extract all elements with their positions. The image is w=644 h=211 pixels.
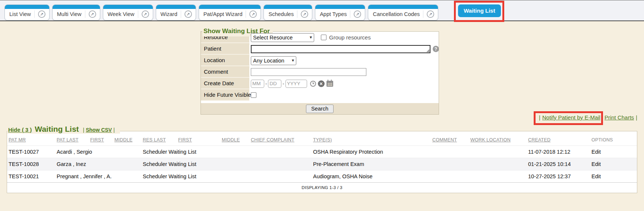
help-icon[interactable]: ?: [433, 46, 439, 52]
create-date-day-input[interactable]: [268, 80, 281, 88]
table-paging-status: DISPLAYING 1-3 / 3: [7, 182, 637, 193]
col-header-res-first[interactable]: FIRST: [177, 134, 220, 146]
open-new-window-icon[interactable]: ↗: [423, 10, 434, 18]
hide-future-visible-label: Hide Future Visible: [201, 89, 249, 101]
cell-created: 11-07-2018 12:12: [527, 146, 590, 158]
cell-pat-mr: TEST-10027: [7, 146, 55, 158]
edit-link[interactable]: Edit: [591, 149, 601, 155]
table-row: TEST-10028 Garza , Inez Scheduler Waitin…: [7, 158, 637, 170]
edit-link[interactable]: Edit: [591, 161, 601, 167]
waiting-list-table: PAT MR PAT LAST FIRST MIDDLE RES LAST FI…: [7, 134, 637, 182]
tab-multi-view[interactable]: Multi View ↗: [52, 4, 100, 20]
notify-patient-by-email-link[interactable]: Notify Patient by E-Mail: [542, 114, 600, 121]
date-separator: -: [265, 81, 267, 86]
search-button[interactable]: Search: [306, 105, 334, 113]
form-row-location: Location Any Location: [201, 55, 439, 66]
cell-res-name: Scheduler Waiting List: [141, 146, 249, 158]
calendar-icon[interactable]: [326, 81, 333, 87]
cell-types: OSHA Respiratory Protection: [312, 146, 431, 158]
col-header-created[interactable]: CREATED: [527, 134, 590, 146]
open-new-window-icon[interactable]: ↗: [350, 10, 361, 18]
tab-top-bar: [199, 5, 261, 9]
tab-appt-types[interactable]: Appt Types ↗: [315, 4, 365, 20]
col-header-res-middle[interactable]: MIDDLE: [220, 134, 249, 146]
col-header-first[interactable]: FIRST: [89, 134, 113, 146]
group-resources-label: Group resources: [329, 34, 371, 41]
hide-toggle-link[interactable]: Hide ( 3 ): [8, 127, 32, 133]
col-header-res-last[interactable]: RES LAST: [141, 134, 177, 146]
table-row: TEST-10027 Acardi , Sergio Scheduler Wai…: [7, 146, 637, 158]
open-new-window-icon[interactable]: ↗: [85, 10, 96, 18]
cell-pat-name: Acardi , Sergio: [55, 146, 141, 158]
col-header-pat-mr[interactable]: PAT MR: [7, 134, 55, 146]
pipe-separator: |: [113, 127, 115, 133]
cell-chief-complaint: [249, 158, 312, 170]
open-new-window-icon[interactable]: ↗: [34, 10, 45, 18]
table-header-row: PAT MR PAT LAST FIRST MIDDLE RES LAST FI…: [7, 134, 637, 146]
col-header-types[interactable]: TYPE(S): [312, 134, 431, 146]
tab-label: Multi View: [57, 11, 82, 17]
open-new-window-icon[interactable]: ↗: [181, 10, 192, 18]
cell-created: 10-27-2025 12:37: [527, 170, 590, 183]
tab-top-bar: [53, 5, 100, 9]
col-header-pat-last[interactable]: PAT LAST: [55, 134, 89, 146]
open-new-window-icon[interactable]: ↗: [297, 10, 308, 18]
create-date-month-input[interactable]: [251, 80, 264, 88]
cell-types: Pre-Placement Exam: [312, 158, 431, 170]
tab-label: List View: [9, 11, 31, 17]
tab-label: Wizard: [161, 11, 177, 17]
time-icon[interactable]: [310, 81, 316, 87]
tab-top-bar: [368, 5, 438, 9]
col-header-work-location[interactable]: WORK LOCATION: [469, 134, 527, 146]
tab-schedules[interactable]: Schedules ↗: [263, 4, 312, 20]
cell-chief-complaint: [249, 146, 312, 158]
tab-top-bar: [156, 5, 196, 9]
edit-link[interactable]: Edit: [591, 173, 601, 179]
cell-comment: [431, 158, 469, 170]
tab-label: Cancellation Codes: [373, 11, 420, 17]
notify-link-group: | Notify Patient by E-Mail: [536, 114, 601, 121]
cell-created: 01-21-2025 10:14: [527, 158, 590, 170]
pipe-separator: |: [636, 114, 637, 121]
tab-cancellation-codes[interactable]: Cancellation Codes ↗: [368, 4, 438, 20]
tab-top-bar: [5, 5, 49, 9]
show-waiting-list-form: Show Waiting List For Resource Select Re…: [201, 31, 439, 115]
cell-comment: [431, 170, 469, 183]
waiting-list-panel: Hide ( 3 ) Waiting List | Show CSV | PAT…: [7, 131, 637, 193]
form-row-comment: Comment: [201, 66, 439, 78]
open-new-window-icon[interactable]: ↗: [138, 10, 149, 18]
col-header-chief-complaint[interactable]: CHIEF COMPLAINT: [249, 134, 312, 146]
cell-pat-mr: TEST-10028: [7, 158, 55, 170]
cell-work-location: [469, 170, 527, 183]
form-row-patient: Patient ?: [201, 43, 439, 55]
cell-pat-mr: TEST-10021: [7, 170, 55, 183]
clear-date-icon[interactable]: ×: [318, 80, 325, 87]
resource-select[interactable]: Select Resource: [251, 33, 314, 42]
create-date-year-input[interactable]: [285, 80, 307, 88]
cell-types: Audiogram, OSHA Noise: [312, 170, 431, 183]
patient-input[interactable]: [251, 45, 430, 53]
tab-label: Week View: [108, 11, 135, 17]
cell-work-location: [469, 146, 527, 158]
tab-label: Waiting List: [464, 7, 495, 14]
table-row: TEST-10021 Pregnant , Jennifer , A. Sche…: [7, 170, 637, 183]
open-new-window-icon[interactable]: ↗: [246, 10, 257, 18]
tab-top-bar: [264, 5, 312, 9]
show-csv-link[interactable]: Show CSV: [86, 127, 112, 133]
comment-input[interactable]: [251, 68, 366, 76]
tab-wizard[interactable]: Wizard ↗: [156, 4, 196, 20]
tab-waiting-list[interactable]: Waiting List: [458, 4, 501, 17]
col-header-middle[interactable]: MIDDLE: [113, 134, 141, 146]
tab-list-view[interactable]: List View ↗: [4, 4, 50, 20]
group-resources-checkbox[interactable]: [321, 35, 326, 40]
tab-pat-appt-wizard[interactable]: Pat/Appt Wizard ↗: [199, 4, 261, 20]
location-select[interactable]: Any Location: [251, 56, 296, 65]
cell-chief-complaint: [249, 170, 312, 183]
print-charts-link[interactable]: Print Charts: [604, 114, 634, 121]
search-row: Search: [201, 103, 439, 114]
tab-top-bar: [103, 5, 153, 9]
col-header-comment[interactable]: COMMENT: [431, 134, 469, 146]
cell-pat-name: Garza , Inez: [55, 158, 141, 170]
tab-week-view[interactable]: Week View ↗: [103, 4, 153, 20]
hide-future-visible-checkbox[interactable]: [251, 92, 256, 98]
